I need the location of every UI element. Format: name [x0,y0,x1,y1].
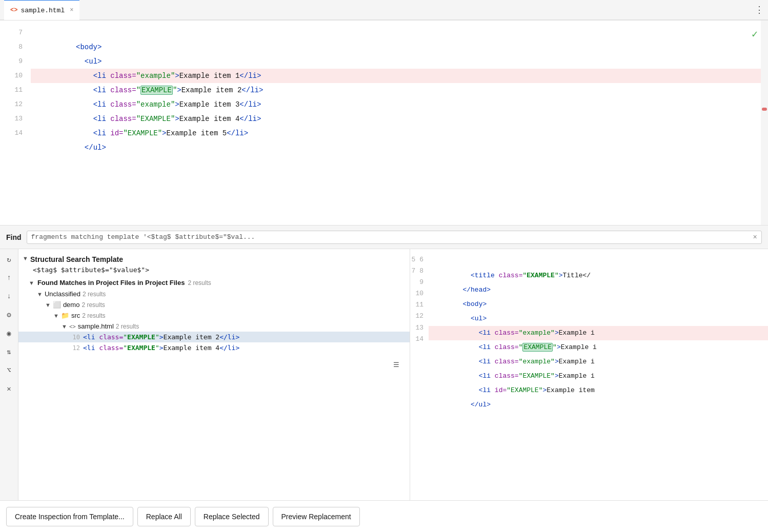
scroll-indicator[interactable] [761,21,768,225]
structural-search-header[interactable]: ▼ Structural Search Template [18,253,410,264]
pln-13: 13 [415,324,423,332]
find-input[interactable]: fragments matching template '<$tag$ $att… [27,231,762,244]
pln-11: 11 [415,301,423,309]
find-label: Find [6,233,22,241]
checkmark-icon: ✓ [752,28,758,40]
found-matches-header[interactable]: ▼ Found Matches in Project Files in Proj… [18,277,410,289]
result-linenum-12: 12 [70,344,80,352]
src-folder-label: src [71,312,80,319]
file-badge: 2 results [116,323,139,330]
template-text: <$tag$ $attribute$="$value$"> [18,264,410,277]
tab-bar: <> sample.html × ⋮ [0,0,768,21]
left-panel: ↻ ↑ ↓ ⚙ ◉ ⇅ ⌥ ✕ ▼ Structural Search Temp… [0,249,410,500]
demo-folder-item[interactable]: ▼ ⬜ demo 2 results [18,299,410,310]
pln-12: 12 [415,312,423,320]
refresh-icon[interactable]: ↻ [3,253,15,265]
pln-10: 10 [415,290,423,297]
editor-code[interactable]: <body> <ul> <li class="example">Example … [31,21,768,225]
found-matches-title: Found Matches in Project Files in Projec… [37,279,185,287]
ln-13: 13 [0,112,23,126]
ln-7: 7 [0,26,23,40]
tab-more-button[interactable]: ⋮ [755,4,764,15]
search-results-tree: ▼ Structural Search Template <$tag$ $att… [18,249,410,500]
preview-editor-panel: 5 6 7 8 9 10 11 12 13 14 <title class="E… [410,249,768,500]
pln-5: 5 [412,256,416,263]
main-editor: 7 8 9 10 11 12 13 14 <body> <ul> <li cla… [0,21,768,226]
src-folder-icon: 📁 [61,312,69,319]
find-query-text: fragments matching template '<$tag$ $att… [31,233,255,241]
code-line-8: <ul> [31,40,768,54]
scroll-thumb [762,108,767,111]
result-code-12: <li class="EXAMPLE">Example item 4</li> [83,344,239,352]
src-folder-item[interactable]: ▼ 📁 src 2 results [18,310,410,321]
editor-line-numbers: 7 8 9 10 11 12 13 14 [0,21,31,225]
tab-filename: sample.html [21,7,65,14]
demo-badge: 2 results [82,301,105,309]
pln-9: 9 [419,278,423,286]
result-line-10[interactable]: 10 <li class="EXAMPLE">Example item 2</l… [18,332,410,342]
result-linenum-10: 10 [70,334,80,341]
replace-all-button[interactable]: Replace All [137,507,191,526]
unclassified-label: Unclassified [45,290,80,298]
close-results-icon[interactable]: ✕ [3,382,15,395]
preview-code[interactable]: <title class="EXAMPLE">Title</ </head> <… [429,249,768,500]
prev-line-5: <title class="EXAMPLE">Title</ [429,254,768,269]
collapse-file-chevron[interactable]: ▼ [62,323,67,330]
unclassified-badge: 2 results [83,291,106,298]
file-tab[interactable]: <> sample.html × [4,0,79,20]
found-matches-badge: 2 results [188,279,211,287]
side-icon-strip: ↻ ↑ ↓ ⚙ ◉ ⇅ ⌥ ✕ [0,249,18,500]
html-icon: <> [69,323,76,330]
main-split-area: ↻ ↑ ↓ ⚙ ◉ ⇅ ⌥ ✕ ▼ Structural Search Temp… [0,249,768,500]
html-file-icon: <> [10,7,17,14]
find-close-button[interactable]: × [753,233,757,241]
tab-close-button[interactable]: × [70,7,73,14]
ln-8: 8 [0,40,23,54]
bottom-toolbar: Create Inspection from Template... Repla… [0,500,768,532]
structural-search-title: Structural Search Template [30,255,123,263]
find-bar: Find fragments matching template '<$tag$… [0,226,768,249]
collapse-structural-chevron[interactable]: ▼ [23,255,28,261]
replace-selected-button[interactable]: Replace Selected [195,507,269,526]
pln-7: 7 [412,267,416,275]
result-code-10: <li class="EXAMPLE">Example item 2</li> [83,333,239,341]
list-view-icon[interactable]: ☰ [389,357,403,372]
ln-11: 11 [0,83,23,97]
unclassified-item[interactable]: ▼ Unclassified 2 results [18,289,410,299]
collapse-unclassified-chevron[interactable]: ▼ [37,291,43,297]
collapse-demo-chevron[interactable]: ▼ [45,302,51,308]
src-badge: 2 results [82,312,105,319]
navigate-down-icon[interactable]: ↓ [3,290,15,302]
code-line-7: <body> [31,26,768,40]
demo-folder-icon: ⬜ [53,301,61,309]
sort-icon[interactable]: ⇅ [3,345,15,358]
samplehtml-label: sample.html [78,322,114,330]
demo-folder-label: demo [63,301,80,309]
pln-6: 6 [419,256,423,263]
ln-12: 12 [0,97,23,112]
preview-line-numbers: 5 6 7 8 9 10 11 12 13 14 [410,249,429,500]
navigate-up-icon[interactable]: ↑ [3,272,15,284]
ln-10: 10 [0,69,23,83]
result-line-12[interactable]: 12 <li class="EXAMPLE">Example item 4</l… [18,342,410,353]
code-line-9: <li class="example">Example item 1</li> [31,54,768,69]
collapse-src-chevron[interactable]: ▼ [53,313,59,319]
collapse-matches-chevron[interactable]: ▼ [29,280,34,286]
samplehtml-file-item[interactable]: ▼ <> sample.html 2 results [18,321,410,332]
pln-8: 8 [419,267,423,275]
ln-9: 9 [0,54,23,69]
expand-icon[interactable]: ⌥ [3,364,15,376]
ln-14: 14 [0,126,23,140]
eye-icon[interactable]: ◉ [3,327,15,339]
settings-icon[interactable]: ⚙ [3,309,15,321]
create-inspection-button[interactable]: Create Inspection from Template... [6,507,133,526]
preview-replacement-button[interactable]: Preview Replacement [273,507,360,526]
pln-14: 14 [415,335,423,343]
